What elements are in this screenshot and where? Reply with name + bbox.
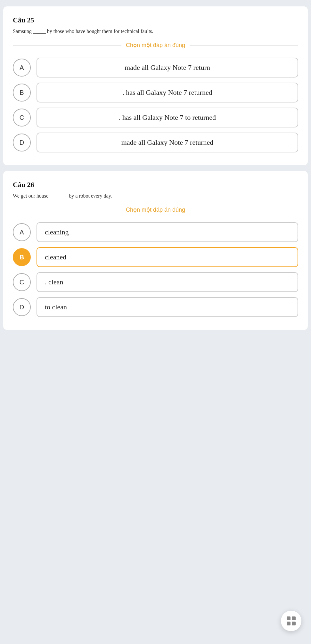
question-26-number: Câu 26 — [13, 181, 298, 189]
option-25-a-circle[interactable]: A — [13, 59, 31, 77]
divider-line-left — [13, 45, 121, 45]
option-25-a-box[interactable]: made all Galaxy Note 7 return — [37, 58, 298, 77]
option-26-c-circle[interactable]: C — [13, 273, 31, 291]
option-25-c-row[interactable]: C . has all Galaxy Note 7 to returned — [13, 108, 298, 127]
fab-cell-3 — [287, 622, 291, 625]
option-25-c-box[interactable]: . has all Galaxy Note 7 to returned — [37, 108, 298, 127]
option-26-a-circle[interactable]: A — [13, 223, 31, 241]
option-26-b-row[interactable]: B cleaned — [13, 247, 298, 267]
option-25-d-circle[interactable]: D — [13, 134, 31, 151]
question-26-card: Câu 26 We get our house _______ by a rob… — [3, 171, 308, 330]
option-26-d-circle[interactable]: D — [13, 298, 31, 316]
divider-line-right-26 — [190, 210, 298, 210]
option-26-c-row[interactable]: C . clean — [13, 272, 298, 292]
option-26-d-box[interactable]: to clean — [37, 297, 298, 317]
option-26-b-circle[interactable]: B — [13, 248, 31, 266]
question-26-divider: Chọn một đáp án đúng — [13, 206, 298, 213]
question-26-options: A cleaning B cleaned C . clean D to clea… — [13, 222, 298, 317]
question-25-card: Câu 25 Samsung _____ by those who have b… — [3, 6, 308, 165]
option-26-a-row[interactable]: A cleaning — [13, 222, 298, 242]
option-25-a-row[interactable]: A made all Galaxy Note 7 return — [13, 58, 298, 77]
fab-cell-4 — [292, 622, 296, 625]
option-25-b-box[interactable]: . has all Galaxy Note 7 returned — [37, 83, 298, 102]
question-25-divider: Chọn một đáp án đúng — [13, 42, 298, 49]
option-26-d-row[interactable]: D to clean — [13, 297, 298, 317]
fab-cell-2 — [292, 616, 296, 620]
option-26-a-box[interactable]: cleaning — [37, 222, 298, 242]
question-26-text: We get our house _______ by a robot ever… — [13, 192, 298, 200]
question-25-number: Câu 25 — [13, 16, 298, 24]
option-25-d-box[interactable]: made all Galaxy Note 7 returned — [37, 133, 298, 152]
divider-label-25: Chọn một đáp án đúng — [121, 42, 190, 49]
fab-grid-button[interactable] — [281, 611, 301, 631]
option-25-b-circle[interactable]: B — [13, 84, 31, 102]
option-25-d-row[interactable]: D made all Galaxy Note 7 returned — [13, 133, 298, 152]
option-26-b-box[interactable]: cleaned — [37, 247, 298, 267]
divider-line-right — [190, 45, 298, 45]
divider-line-left-26 — [13, 210, 121, 210]
option-25-c-circle[interactable]: C — [13, 109, 31, 126]
question-25-text: Samsung _____ by those who have bought t… — [13, 28, 298, 35]
divider-label-26: Chọn một đáp án đúng — [121, 206, 190, 213]
option-26-c-box[interactable]: . clean — [37, 272, 298, 292]
fab-cell-1 — [287, 616, 291, 620]
question-25-options: A made all Galaxy Note 7 return B . has … — [13, 58, 298, 152]
fab-grid-icon — [287, 616, 296, 625]
option-25-b-row[interactable]: B . has all Galaxy Note 7 returned — [13, 83, 298, 102]
